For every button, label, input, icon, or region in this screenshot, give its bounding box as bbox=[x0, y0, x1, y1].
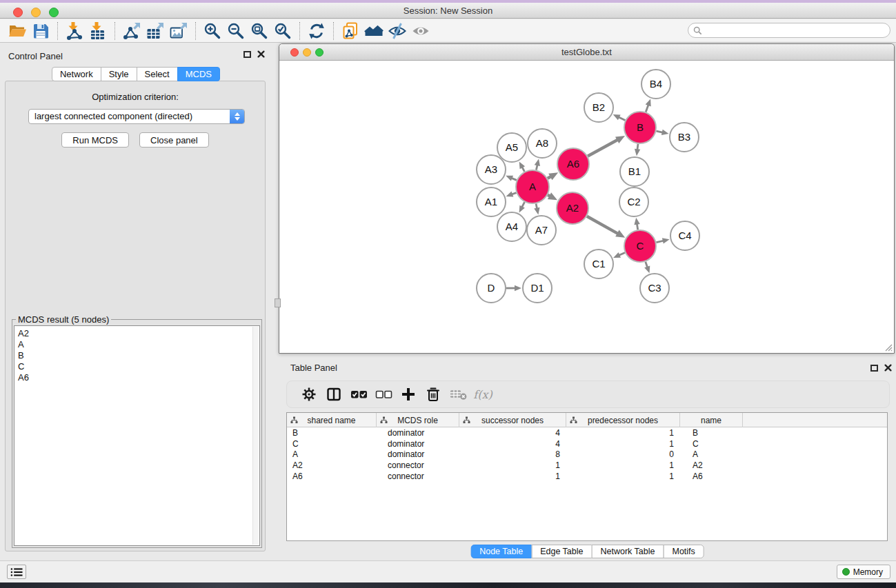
dropdown-stepper-icon[interactable] bbox=[230, 110, 244, 123]
table-cell[interactable]: dominator bbox=[377, 449, 459, 459]
home-view-button[interactable] bbox=[362, 21, 386, 41]
add-column-button[interactable] bbox=[396, 385, 421, 404]
node-D[interactable]: D bbox=[477, 274, 506, 303]
table-cell[interactable]: dominator bbox=[377, 439, 459, 449]
node-B4[interactable]: B4 bbox=[641, 70, 670, 99]
table-cell[interactable]: 4 bbox=[459, 428, 566, 438]
result-item[interactable]: A bbox=[14, 339, 259, 350]
node-table[interactable]: shared nameMCDS rolesuccessor nodesprede… bbox=[286, 412, 888, 541]
table-cell[interactable]: 1 bbox=[566, 472, 680, 481]
frame-close-button[interactable] bbox=[290, 48, 299, 57]
table-row[interactable]: A2connector11A2 bbox=[287, 460, 887, 471]
table-settings-button[interactable] bbox=[297, 385, 321, 404]
tab-network[interactable]: Network bbox=[52, 67, 101, 81]
table-cell[interactable]: 1 bbox=[566, 460, 680, 470]
table-cell[interactable]: C bbox=[287, 439, 377, 449]
export-table-button[interactable] bbox=[143, 21, 167, 41]
memory-button[interactable]: Memory bbox=[837, 565, 890, 579]
show-graphics-details-button[interactable] bbox=[409, 21, 432, 41]
table-row[interactable]: Bdominator41B bbox=[287, 427, 887, 438]
table-row[interactable]: Adominator80A bbox=[287, 449, 887, 460]
result-scrollbar[interactable] bbox=[252, 327, 259, 545]
node-B2[interactable]: B2 bbox=[584, 93, 613, 122]
table-cell[interactable]: A6 bbox=[680, 472, 743, 481]
node-C1[interactable]: C1 bbox=[584, 250, 613, 278]
edge-A2-C[interactable] bbox=[587, 216, 619, 234]
tab-select[interactable]: Select bbox=[137, 67, 178, 81]
result-item[interactable]: A6 bbox=[14, 372, 259, 383]
table-cell[interactable]: 1 bbox=[459, 460, 566, 470]
tab-mcds[interactable]: MCDS bbox=[177, 67, 220, 81]
float-panel-icon[interactable] bbox=[243, 51, 251, 58]
table-cell[interactable]: B bbox=[287, 428, 377, 438]
node-C[interactable]: C bbox=[624, 230, 656, 262]
node-A[interactable]: A bbox=[516, 170, 549, 203]
zoom-in-button[interactable] bbox=[201, 21, 224, 41]
node-A2[interactable]: A2 bbox=[557, 192, 588, 224]
close-window-button[interactable] bbox=[13, 8, 23, 17]
resize-grip-icon[interactable] bbox=[883, 342, 893, 352]
hide-graphics-details-button[interactable] bbox=[386, 21, 409, 41]
minimize-window-button[interactable] bbox=[31, 8, 41, 17]
result-item[interactable]: A2 bbox=[14, 328, 259, 339]
save-session-button[interactable] bbox=[29, 21, 52, 41]
import-network-button[interactable] bbox=[63, 21, 86, 41]
import-table-button[interactable] bbox=[86, 21, 110, 41]
tab-style[interactable]: Style bbox=[101, 67, 137, 81]
node-C2[interactable]: C2 bbox=[619, 187, 648, 216]
criterion-dropdown[interactable]: largest connected component (directed) bbox=[28, 109, 245, 124]
tab-network-table[interactable]: Network Table bbox=[592, 545, 664, 558]
table-cell[interactable]: A2 bbox=[287, 460, 377, 470]
node-A4[interactable]: A4 bbox=[497, 212, 526, 241]
table-cell[interactable]: 1 bbox=[459, 472, 566, 481]
table-cell[interactable]: dominator bbox=[377, 428, 459, 438]
table-cell[interactable]: connector bbox=[377, 460, 459, 470]
column-header-MCDS-role[interactable]: MCDS role bbox=[377, 413, 459, 427]
float-panel-icon[interactable] bbox=[870, 365, 878, 372]
frame-zoom-button[interactable] bbox=[315, 48, 323, 57]
close-panel-icon[interactable] bbox=[884, 364, 892, 372]
refresh-layout-button[interactable] bbox=[305, 21, 328, 41]
search-input[interactable] bbox=[705, 24, 890, 37]
frame-minimize-button[interactable] bbox=[303, 48, 311, 57]
column-header-shared-name[interactable]: shared name bbox=[287, 413, 377, 427]
mcds-result-list[interactable]: A2ABCA6 bbox=[14, 325, 260, 546]
node-B1[interactable]: B1 bbox=[620, 157, 649, 186]
close-panel-icon[interactable] bbox=[257, 50, 265, 58]
task-history-button[interactable] bbox=[7, 565, 26, 579]
close-panel-button[interactable]: Close panel bbox=[139, 132, 209, 148]
column-header-name[interactable]: name bbox=[680, 413, 743, 427]
deselect-all-rows-button[interactable] bbox=[371, 385, 396, 404]
node-A7[interactable]: A7 bbox=[527, 216, 556, 245]
node-A3[interactable]: A3 bbox=[477, 155, 506, 184]
zoom-window-button[interactable] bbox=[49, 8, 59, 17]
node-A5[interactable]: A5 bbox=[497, 133, 526, 162]
network-frame-titlebar[interactable]: testGlobe.txt bbox=[279, 44, 894, 61]
node-B3[interactable]: B3 bbox=[670, 123, 699, 152]
delete-column-button[interactable] bbox=[421, 385, 446, 404]
table-cell[interactable]: 1 bbox=[566, 439, 680, 449]
table-row[interactable]: A6connector11A6 bbox=[287, 471, 887, 482]
table-cell[interactable]: 8 bbox=[459, 449, 566, 459]
table-cell[interactable]: 4 bbox=[459, 439, 566, 449]
table-cell[interactable]: A bbox=[680, 449, 743, 459]
table-cell[interactable]: B bbox=[680, 428, 743, 438]
network-graph[interactable]: AA1A2A3A4A5A6A7A8BB1B2B3B4CC1C2C3C4DD1 bbox=[279, 61, 894, 352]
tab-node-table[interactable]: Node Table bbox=[470, 545, 532, 558]
node-A8[interactable]: A8 bbox=[528, 129, 557, 158]
export-network-button[interactable] bbox=[120, 21, 143, 41]
splitter-handle[interactable] bbox=[275, 298, 281, 307]
edge-A6-B[interactable] bbox=[588, 139, 618, 156]
table-cell[interactable]: 0 bbox=[566, 449, 680, 459]
table-cell[interactable]: C bbox=[680, 439, 743, 449]
open-session-button[interactable] bbox=[6, 21, 29, 41]
node-A6[interactable]: A6 bbox=[557, 148, 589, 180]
table-cell[interactable]: 1 bbox=[566, 428, 680, 438]
run-mcds-button[interactable]: Run MCDS bbox=[61, 132, 129, 148]
node-D1[interactable]: D1 bbox=[523, 274, 552, 303]
table-cell[interactable]: A6 bbox=[287, 472, 377, 481]
node-C4[interactable]: C4 bbox=[670, 221, 699, 250]
network-canvas[interactable]: AA1A2A3A4A5A6A7A8BB1B2B3B4CC1C2C3C4DD1 bbox=[279, 61, 894, 352]
node-C3[interactable]: C3 bbox=[640, 274, 669, 303]
clone-network-button[interactable] bbox=[339, 21, 362, 41]
